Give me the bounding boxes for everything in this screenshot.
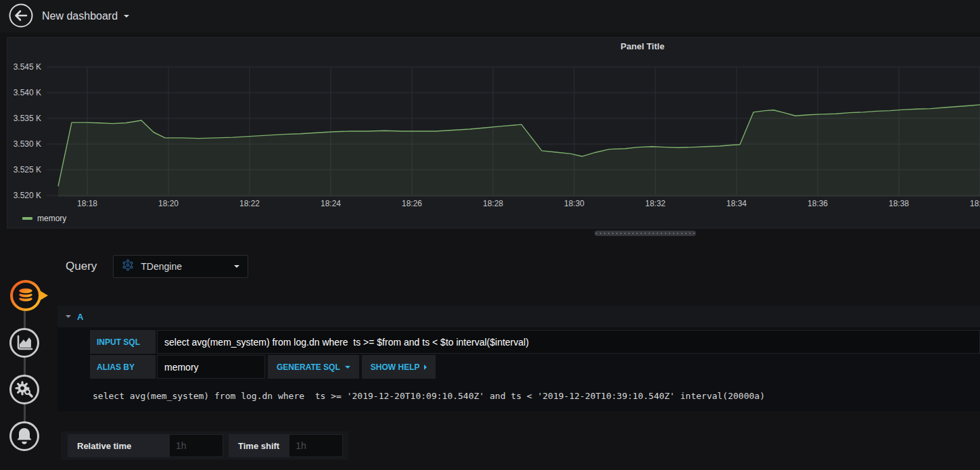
dashboard-title[interactable]: New dashboard xyxy=(42,10,129,22)
database-icon xyxy=(8,305,51,315)
alias-by-row: ALIAS BY GENERATE SQL SHOW HELP xyxy=(90,355,980,379)
arrow-left-icon xyxy=(8,3,34,30)
sidebar-tab-queries[interactable] xyxy=(8,278,51,315)
input-sql-label: INPUT SQL xyxy=(90,330,156,354)
panel-resize-handle[interactable] xyxy=(594,231,696,236)
bell-icon xyxy=(8,444,41,454)
generate-sql-button[interactable]: GENERATE SQL xyxy=(268,355,359,379)
svg-text:3.535 K: 3.535 K xyxy=(14,114,41,123)
input-sql-field[interactable] xyxy=(157,330,980,354)
chevron-down-icon xyxy=(345,366,350,369)
svg-text:18:30: 18:30 xyxy=(564,199,584,208)
alias-by-field[interactable] xyxy=(157,355,265,379)
chevron-down-icon xyxy=(124,15,129,18)
gear-icon xyxy=(8,398,41,408)
panel-title[interactable]: Panel Title xyxy=(7,38,980,51)
query-section-header: Query TDengine xyxy=(66,255,248,278)
relative-time-input[interactable] xyxy=(169,434,223,457)
chart-legend: memory xyxy=(22,214,66,223)
svg-text:18:24: 18:24 xyxy=(321,199,341,208)
datasource-picker[interactable]: TDengine xyxy=(113,255,248,278)
datasource-name: TDengine xyxy=(141,261,234,272)
svg-text:18:28: 18:28 xyxy=(483,199,503,208)
svg-text:18:34: 18:34 xyxy=(726,199,747,208)
legend-color-swatch xyxy=(22,217,32,220)
svg-text:18:40: 18:40 xyxy=(970,199,980,208)
query-editor-block: A INPUT SQL ALIAS BY GENERATE SQL SHOW H… xyxy=(57,306,980,411)
dashboard-title-text: New dashboard xyxy=(42,10,118,22)
time-shift-label: Time shift xyxy=(229,434,289,457)
tdengine-logo-icon xyxy=(122,259,134,274)
generated-sql-text: select avg(mem_system) from log.dn where… xyxy=(90,380,980,401)
svg-text:18:26: 18:26 xyxy=(402,199,422,208)
input-sql-row: INPUT SQL xyxy=(90,330,980,354)
sidebar-tab-alert[interactable] xyxy=(8,420,41,454)
relative-time-label: Relative time xyxy=(68,434,169,457)
sidebar-tab-general[interactable] xyxy=(8,373,41,408)
svg-text:3.525 K: 3.525 K xyxy=(14,165,41,174)
sidebar-tab-visualization[interactable] xyxy=(8,327,41,361)
svg-text:18:32: 18:32 xyxy=(645,199,666,208)
query-ref-id: A xyxy=(77,312,83,322)
query-section-title: Query xyxy=(66,260,97,273)
time-shift-input[interactable] xyxy=(289,434,343,457)
alias-by-label: ALIAS BY xyxy=(90,355,156,379)
sidebar-connector xyxy=(24,296,26,436)
chevron-right-icon xyxy=(424,365,427,370)
time-options-row: Relative time Time shift xyxy=(61,431,348,460)
chart-icon xyxy=(8,351,41,361)
show-help-button[interactable]: SHOW HELP xyxy=(362,355,436,379)
svg-text:18:22: 18:22 xyxy=(239,199,260,208)
svg-text:3.530 K: 3.530 K xyxy=(14,139,41,149)
svg-text:3.545 K: 3.545 K xyxy=(14,62,41,72)
svg-text:3.540 K: 3.540 K xyxy=(14,88,41,97)
legend-label[interactable]: memory xyxy=(37,214,66,223)
generate-sql-label: GENERATE SQL xyxy=(277,362,340,372)
chevron-down-icon xyxy=(234,265,239,268)
query-ref-row[interactable]: A xyxy=(57,306,980,327)
timeseries-chart[interactable]: 3.545 K3.540 K3.535 K3.530 K3.525 K3.520… xyxy=(7,58,980,215)
graph-panel: Panel Title 3.545 K3.540 K3.535 K3.530 K… xyxy=(7,37,980,229)
back-button[interactable] xyxy=(8,3,34,29)
svg-text:3.520 K: 3.520 K xyxy=(14,191,41,200)
collapse-caret-icon xyxy=(66,315,71,318)
svg-text:18:36: 18:36 xyxy=(808,199,828,208)
top-navbar: New dashboard xyxy=(0,0,980,32)
svg-text:18:20: 18:20 xyxy=(158,199,179,208)
svg-text:18:38: 18:38 xyxy=(889,199,909,208)
show-help-label: SHOW HELP xyxy=(371,362,420,372)
svg-text:18:18: 18:18 xyxy=(77,199,97,208)
